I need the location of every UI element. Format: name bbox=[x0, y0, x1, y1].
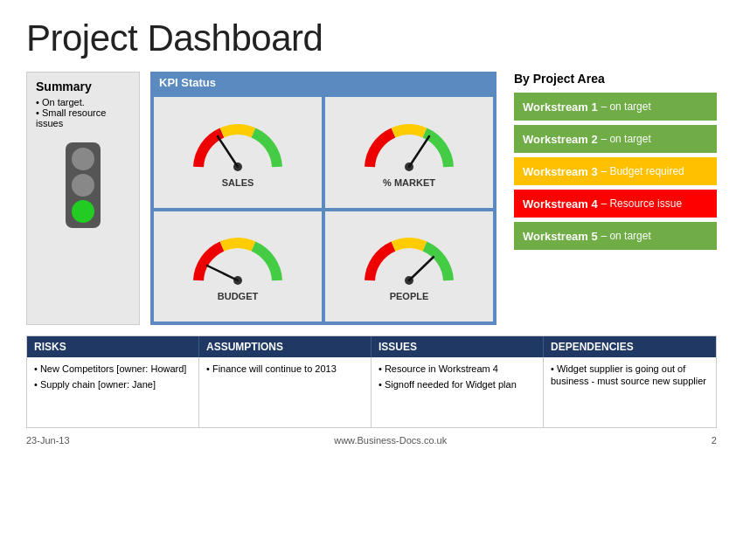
footer-website: www.Business-Docs.co.uk bbox=[334, 435, 447, 446]
gauge-sales-label: SALES bbox=[222, 177, 254, 188]
cell-risks: New Competitors [owner: Howard] Supply c… bbox=[27, 357, 199, 427]
workstream-2: Workstream 2 – on target bbox=[514, 125, 717, 153]
cell-assumptions: Finance will continue to 2013 bbox=[199, 357, 372, 427]
workstream-5: Workstream 5 – on target bbox=[514, 222, 717, 250]
gauge-budget-svg bbox=[190, 232, 286, 289]
gauge-market-label: % MARKET bbox=[383, 177, 435, 188]
workstream-4: Workstream 4 – Resource issue bbox=[514, 190, 717, 218]
gauge-budget-label: BUDGET bbox=[218, 291, 258, 301]
gauge-market: % MARKET bbox=[325, 97, 493, 208]
footer: 23-Jun-13 www.Business-Docs.co.uk 2 bbox=[26, 435, 717, 446]
header-issues: ISSUES bbox=[372, 336, 544, 357]
issue-2: Signoff needed for Widget plan bbox=[378, 378, 536, 391]
header-risks: RISKS bbox=[27, 336, 199, 357]
gauge-people-label: PEOPLE bbox=[390, 291, 429, 301]
table-body: New Competitors [owner: Howard] Supply c… bbox=[27, 357, 716, 427]
green-light bbox=[72, 200, 94, 223]
risk-1: New Competitors [owner: Howard] bbox=[34, 363, 191, 375]
header-assumptions: ASSUMPTIONS bbox=[199, 336, 372, 357]
project-area-title: By Project Area bbox=[514, 72, 717, 86]
table-header: RISKS ASSUMPTIONS ISSUES DEPENDENCIES bbox=[27, 336, 716, 357]
risk-2: Supply chain [owner: Jane] bbox=[34, 378, 191, 391]
assumption-1: Finance will continue to 2013 bbox=[206, 363, 364, 375]
kpi-panel: KPI Status SALES bbox=[150, 72, 496, 325]
gauge-market-svg bbox=[361, 119, 457, 176]
kpi-title: KPI Status bbox=[150, 72, 496, 93]
yellow-light bbox=[72, 174, 94, 197]
workstream-3: Workstream 3 – Budget required bbox=[514, 157, 717, 185]
workstream-1: Workstream 1 – on target bbox=[514, 93, 717, 121]
issue-1: Resource in Workstream 4 bbox=[378, 363, 536, 375]
dependency-1: Widget supplier is going out of business… bbox=[551, 363, 709, 388]
header-dependencies: DEPENDENCIES bbox=[544, 336, 716, 357]
cell-dependencies: Widget supplier is going out of business… bbox=[544, 357, 716, 427]
svg-line-7 bbox=[409, 257, 434, 280]
svg-line-1 bbox=[218, 136, 238, 167]
svg-line-5 bbox=[207, 266, 238, 280]
page-title: Project Dashboard bbox=[26, 17, 717, 59]
gauge-people: PEOPLE bbox=[325, 211, 493, 322]
footer-page: 2 bbox=[712, 435, 717, 446]
summary-bullet-2: Small resource issues bbox=[36, 107, 130, 128]
cell-issues: Resource in Workstream 4 Signoff needed … bbox=[372, 357, 544, 427]
summary-bullet-1: On target. bbox=[36, 97, 130, 107]
kpi-gauges: SALES % MARKET bbox=[150, 93, 496, 325]
gauge-people-svg bbox=[361, 232, 457, 289]
gauge-sales-svg bbox=[190, 119, 286, 176]
project-area-panel: By Project Area Workstream 1 – on target… bbox=[507, 72, 717, 325]
gauge-budget: BUDGET bbox=[154, 211, 322, 322]
traffic-light bbox=[66, 142, 101, 228]
summary-bullets: On target. Small resource issues bbox=[36, 97, 130, 128]
bottom-table: RISKS ASSUMPTIONS ISSUES DEPENDENCIES Ne… bbox=[26, 335, 717, 428]
footer-date: 23-Jun-13 bbox=[26, 435, 70, 446]
gauge-sales: SALES bbox=[154, 97, 322, 208]
red-light bbox=[72, 148, 94, 170]
summary-title: Summary bbox=[36, 80, 130, 93]
summary-panel: Summary On target. Small resource issues bbox=[26, 72, 140, 325]
svg-line-3 bbox=[409, 136, 429, 167]
